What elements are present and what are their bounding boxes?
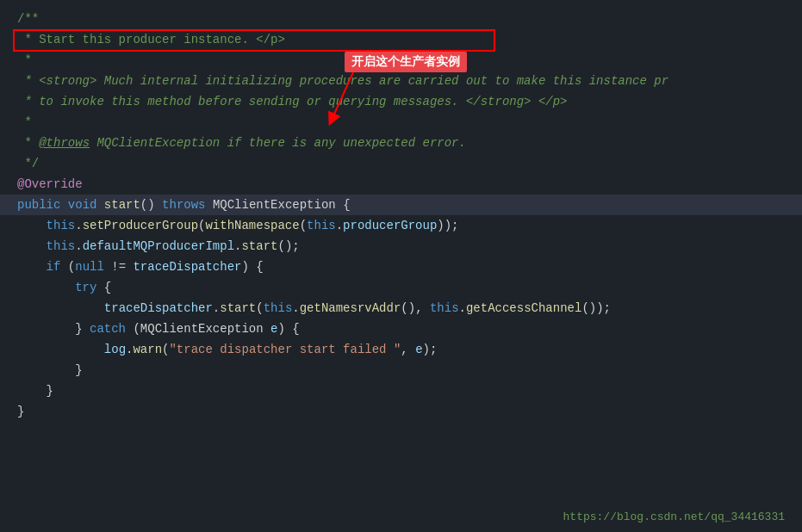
comment-text: * xyxy=(17,112,32,133)
method-name: getAccessChannel xyxy=(466,298,581,319)
keyword-public: public xyxy=(17,195,60,215)
code-line-16: } catch (MQClientException e ) { xyxy=(0,319,802,339)
plain-text: . xyxy=(234,236,241,257)
plain-text: . xyxy=(336,215,343,236)
plain-text: . xyxy=(75,236,82,257)
method-name: start xyxy=(241,236,277,257)
plain-text: ); xyxy=(423,339,438,360)
keyword-catch: catch xyxy=(90,319,126,339)
annotation-text: @Override xyxy=(17,174,83,195)
keyword-this: this xyxy=(307,215,336,236)
comment-text: * Start this producer instance. </p> xyxy=(17,29,285,50)
plain-text xyxy=(17,339,104,360)
code-line-7: * @throws MQClientException if there is … xyxy=(0,133,802,153)
plain-text: . xyxy=(459,298,466,319)
plain-text: () xyxy=(140,195,162,215)
code-line-10: public void start () throws MQClientExce… xyxy=(0,195,802,215)
plain-text: , xyxy=(401,339,415,360)
method-name: getNamesrvAddr xyxy=(300,298,401,319)
field-name: traceDispatcher xyxy=(104,298,213,319)
plain-text: ( xyxy=(60,257,75,277)
keyword-if: if xyxy=(47,257,61,277)
plain-text: )); xyxy=(437,215,458,236)
string-literal: "trace dispatcher start failed " xyxy=(169,339,401,360)
plain-text: (); xyxy=(277,236,299,257)
keyword-this: this xyxy=(47,236,76,257)
method-name: withNamespace xyxy=(205,215,299,236)
field-name: producerGroup xyxy=(343,215,437,236)
plain-text: ( xyxy=(256,298,263,319)
code-container: /** * Start this producer instance. </p>… xyxy=(0,0,802,532)
url-footer: https://blog.csdn.net/qq_34416331 xyxy=(563,510,785,523)
plain-text: ( xyxy=(300,215,307,236)
method-name: setProducerGroup xyxy=(83,215,198,236)
plain-text: } xyxy=(17,401,24,422)
plain-text: . xyxy=(292,298,299,319)
code-line-17: log . warn ( "trace dispatcher start fai… xyxy=(0,339,802,360)
code-line-13: if ( null != traceDispatcher ) { xyxy=(0,257,802,277)
comment-text: * xyxy=(17,133,39,153)
code-line-5: * to invoke this method before sending o… xyxy=(0,91,802,112)
plain-text: ) { xyxy=(241,257,263,277)
code-line-18: } xyxy=(0,360,802,380)
code-line-8: */ xyxy=(0,153,802,174)
field-name: traceDispatcher xyxy=(133,257,241,277)
plain-text: } xyxy=(17,360,83,380)
keyword-try: try xyxy=(75,277,96,298)
plain-text: . xyxy=(213,298,220,319)
code-line-20: } xyxy=(0,401,802,422)
code-line-1: /** xyxy=(0,9,802,29)
plain-text: } xyxy=(17,380,53,401)
plain-text: MQClientException { xyxy=(206,195,351,215)
plain-text: . xyxy=(126,339,133,360)
plain-text: != xyxy=(104,257,134,277)
plain-text: } xyxy=(17,319,90,339)
comment-text: * <strong> Much internal initializing pr… xyxy=(17,71,668,91)
code-line-3: * xyxy=(0,50,802,71)
code-line-19: } xyxy=(0,380,802,401)
method-name: start xyxy=(220,298,256,319)
method-name: start xyxy=(104,195,140,215)
plain-text: . xyxy=(75,215,82,236)
comment-text: /** xyxy=(17,9,39,29)
throws-link: @throws xyxy=(39,133,90,153)
comment-text: * xyxy=(17,50,32,71)
plain-text: ( xyxy=(198,215,205,236)
plain-text xyxy=(17,277,75,298)
code-line-9: @Override xyxy=(0,174,802,195)
plain-text xyxy=(17,236,47,257)
plain-text xyxy=(17,298,104,319)
code-line-4: * <strong> Much internal initializing pr… xyxy=(0,71,802,91)
plain-text xyxy=(96,195,103,215)
comment-text: * to invoke this method before sending o… xyxy=(17,91,568,112)
plain-text: ()); xyxy=(581,298,611,319)
comment-text: */ xyxy=(17,153,39,174)
plain-text xyxy=(60,195,67,215)
keyword-null: null xyxy=(75,257,104,277)
var-name: e xyxy=(415,339,422,360)
var-name: e xyxy=(270,319,277,339)
code-line-2: * Start this producer instance. </p> xyxy=(0,29,802,50)
var-name: log xyxy=(104,339,126,360)
field-name: defaultMQProducerImpl xyxy=(83,236,234,257)
comment-text: MQClientException if there is any unexpe… xyxy=(90,133,466,153)
code-line-14: try { xyxy=(0,277,802,298)
plain-text xyxy=(17,257,47,277)
keyword-this: this xyxy=(47,215,76,236)
code-line-15: traceDispatcher . start ( this . getName… xyxy=(0,298,802,319)
plain-text: ( xyxy=(162,339,169,360)
plain-text: (), xyxy=(401,298,430,319)
plain-text: { xyxy=(96,277,111,298)
plain-text: ) { xyxy=(277,319,299,339)
code-line-11: this . setProducerGroup ( withNamespace … xyxy=(0,215,802,236)
keyword-throws: throws xyxy=(162,195,205,215)
keyword-this: this xyxy=(430,298,459,319)
keyword-void: void xyxy=(68,195,97,215)
plain-text xyxy=(17,215,47,236)
method-name: warn xyxy=(133,339,162,360)
plain-text: (MQClientException xyxy=(126,319,270,339)
keyword-this: this xyxy=(264,298,293,319)
code-line-6: * xyxy=(0,112,802,133)
code-line-12: this . defaultMQProducerImpl . start (); xyxy=(0,236,802,257)
